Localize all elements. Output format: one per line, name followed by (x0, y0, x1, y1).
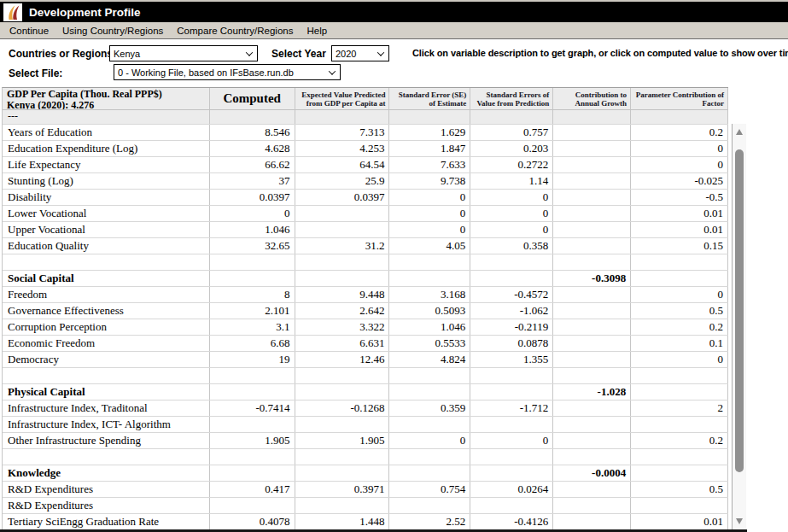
variable-name-cell (3, 254, 210, 270)
contribution-cell (553, 206, 631, 221)
se-estimate-cell: 0 (389, 222, 470, 237)
parameter-cell: 0 (631, 352, 728, 367)
contribution-cell (553, 222, 631, 237)
computed-value-cell[interactable]: 37 (210, 173, 295, 189)
window-title: Development Profile (29, 6, 141, 19)
se-prediction-cell: 0.203 (470, 141, 553, 156)
scroll-down-icon[interactable] (736, 518, 743, 524)
variable-name-cell[interactable]: Disability (3, 190, 210, 205)
variable-name-cell[interactable]: Governance Effectiveness (3, 303, 210, 319)
variable-name-cell[interactable]: Economic Freedom (3, 336, 210, 351)
variable-name-cell[interactable]: Education Expenditure (Log) (3, 141, 210, 156)
parameter-cell: 0.5 (631, 482, 728, 497)
table-row: Education Quality32.6531.24.050.3580.15 (3, 238, 728, 254)
computed-value-cell[interactable]: 0 (210, 206, 295, 221)
parameter-cell: 0.1 (631, 336, 728, 351)
variable-name-cell[interactable]: Democracy (3, 352, 210, 367)
variable-name-cell[interactable]: Infrastructure Index, ICT- Algorithm (3, 417, 210, 432)
variable-name-cell[interactable]: Physical Capital (3, 384, 210, 400)
se-prediction-cell: -1.062 (470, 303, 553, 319)
contribution-cell: -1.028 (553, 384, 631, 400)
menu-compare-country-regions[interactable]: Compare Country/Regions (170, 26, 300, 36)
variable-name-cell[interactable]: R&D Expenditures (3, 498, 210, 513)
parameter-header: Parameter Contribution of Factor (631, 88, 728, 109)
computed-value-cell[interactable]: 32.65 (210, 238, 295, 254)
countries-select[interactable]: Kenya (109, 45, 258, 61)
se-estimate-cell: 1.046 (389, 319, 470, 335)
contribution-cell (553, 141, 631, 156)
expected-value-cell: 6.631 (295, 336, 390, 351)
variable-name-cell[interactable]: R&D Expenditures (3, 482, 210, 497)
variable-name-cell[interactable]: Life Expectancy (3, 157, 210, 172)
computed-value-cell[interactable]: 0.4078 (210, 514, 295, 529)
table-row: Years of Education8.5467.3131.6290.7570.… (3, 125, 728, 141)
computed-value-cell[interactable]: 2.101 (210, 303, 295, 319)
variable-name-cell[interactable]: Years of Education (3, 125, 210, 140)
variable-name-cell[interactable]: Freedom (3, 287, 210, 302)
expected-value-header: Expected Value Predicted from GDP per Ca… (295, 88, 390, 109)
expected-value-cell: 4.253 (295, 141, 390, 156)
variable-name-cell[interactable]: Corruption Perception (3, 319, 210, 335)
computed-value-cell[interactable]: -0.7414 (210, 400, 295, 416)
menu-continue[interactable]: Continue (3, 26, 55, 36)
variable-name-cell[interactable]: Stunting (Log) (3, 173, 210, 189)
table-body: Years of Education8.5467.3131.6290.7570.… (3, 125, 728, 530)
countries-select-value: Kenya (114, 49, 240, 59)
se-estimate-cell: 1.629 (389, 125, 470, 140)
expected-value-cell: 1.448 (295, 514, 390, 529)
computed-value-cell[interactable]: 8 (210, 287, 295, 302)
variable-name-cell[interactable]: Knowledge (3, 465, 210, 481)
table-row: Upper Vocational1.046000.01 (3, 222, 728, 238)
se-estimate-cell: 4.824 (389, 352, 470, 367)
computed-value-cell[interactable]: 0.0397 (210, 190, 295, 205)
variable-name-cell[interactable]: Infrastructure Index, Traditonal (3, 400, 210, 416)
scroll-thumb[interactable] (735, 149, 744, 472)
se-estimate-cell (389, 368, 470, 383)
ifs-logo-icon (3, 3, 22, 21)
computed-value-cell (210, 417, 295, 432)
se-estimate-cell: 1.847 (389, 141, 470, 156)
computed-value-cell (210, 368, 295, 383)
computed-value-cell[interactable]: 4.628 (210, 141, 295, 156)
expected-value-cell (295, 384, 390, 400)
computed-value-cell[interactable]: 66.62 (210, 157, 295, 172)
year-label: Select Year (271, 48, 326, 60)
variable-name-cell[interactable]: Tertiary SciEngg Graduation Rate (3, 514, 210, 529)
separator-row: --- (3, 110, 728, 125)
variable-name-cell[interactable]: Education Quality (3, 238, 210, 254)
computed-value-cell[interactable]: 8.546 (210, 125, 295, 140)
computed-value-cell[interactable]: 3.1 (210, 319, 295, 335)
computed-value-cell[interactable]: 1.905 (210, 433, 295, 448)
computed-value-cell[interactable]: 6.68 (210, 336, 295, 351)
expected-value-cell: 3.322 (295, 319, 390, 335)
expected-value-cell: 0.3971 (295, 482, 390, 497)
computed-value-cell[interactable]: 19 (210, 352, 295, 367)
se-prediction-cell (470, 254, 553, 270)
year-select[interactable]: 2020 (331, 45, 389, 61)
se-prediction-cell: 0.757 (470, 125, 553, 140)
variable-name-cell[interactable]: Lower Vocational (3, 206, 210, 221)
computed-value-cell (210, 384, 295, 400)
se-estimate-cell: 2.52 (389, 514, 470, 529)
file-select[interactable]: 0 - Working File, based on IFsBase.run.d… (114, 64, 341, 80)
instruction-text: Click on variable description to get gra… (412, 48, 788, 58)
expected-value-cell: 12.46 (295, 352, 390, 367)
expected-value-cell: 2.642 (295, 303, 390, 319)
table-row (3, 368, 728, 384)
variable-name-cell[interactable]: Social Capital (3, 271, 210, 286)
contribution-cell (553, 352, 631, 367)
chevron-down-icon (377, 49, 384, 56)
vertical-scrollbar[interactable] (732, 124, 746, 529)
se-prediction-header: Standard Errors of Value from Prediction (470, 88, 553, 109)
menu-help[interactable]: Help (300, 26, 334, 36)
computed-value-cell[interactable]: 0.417 (210, 482, 295, 497)
menu-using-country-regions[interactable]: Using Country/Regions (55, 26, 170, 36)
scroll-up-icon[interactable] (736, 129, 743, 135)
variable-name-cell[interactable]: Other Infrastructure Spending (3, 433, 210, 448)
expected-value-cell (295, 254, 390, 270)
se-estimate-cell: 7.633 (389, 157, 470, 172)
variable-name-cell[interactable]: Upper Vocational (3, 222, 210, 237)
computed-value-cell[interactable]: 1.046 (210, 222, 295, 237)
parameter-cell: 0.01 (631, 206, 728, 221)
parameter-cell: 0.15 (631, 238, 728, 254)
